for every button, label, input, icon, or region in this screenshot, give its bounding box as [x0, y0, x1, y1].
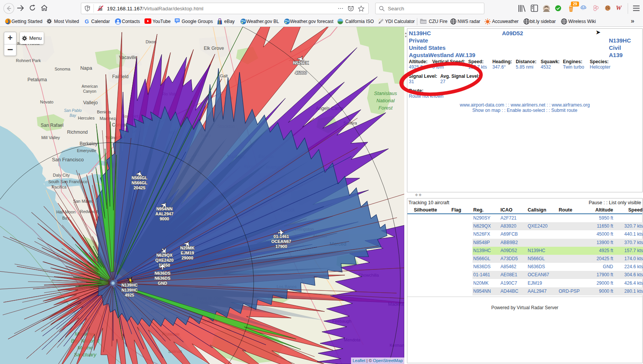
svg-text:N139HC: N139HC: [121, 283, 138, 287]
svg-text:4925: 4925: [125, 293, 134, 297]
svg-text:Petaluma: Petaluma: [28, 77, 47, 82]
svg-text:Dixon: Dixon: [146, 39, 156, 44]
svg-text:Canyon: Canyon: [83, 89, 96, 93]
svg-text:29000: 29000: [182, 256, 194, 260]
svg-text:Mill Valley: Mill Valley: [41, 135, 60, 140]
svg-text:N566GL: N566GL: [131, 180, 148, 185]
svg-text:Galt: Galt: [220, 74, 228, 78]
svg-text:17900: 17900: [276, 244, 287, 249]
svg-text:Richmond: Richmond: [67, 130, 88, 135]
svg-text:N566GL: N566GL: [131, 175, 148, 180]
svg-text:N629QX: N629QX: [156, 253, 173, 257]
svg-text:QXE2420: QXE2420: [155, 258, 174, 262]
svg-text:OCEAN67: OCEAN67: [271, 239, 291, 244]
svg-text:Forest: Forest: [379, 105, 393, 111]
svg-text:N526FX: N526FX: [293, 61, 309, 65]
svg-text:N20MK: N20MK: [180, 246, 194, 250]
svg-text:N139HC: N139HC: [121, 288, 138, 292]
svg-text:9000: 9000: [160, 216, 169, 221]
svg-text:Hercules: Hercules: [78, 116, 95, 120]
svg-text:Half Moon: Half Moon: [56, 210, 75, 214]
svg-text:45000: 45000: [295, 71, 307, 75]
svg-text:Rohnert Park: Rohnert Park: [16, 58, 41, 63]
svg-text:20425: 20425: [134, 185, 146, 190]
svg-text:San Rafael: San Rafael: [41, 123, 63, 128]
svg-text:Novato: Novato: [40, 100, 54, 104]
svg-text:San Francisco: San Francisco: [52, 157, 84, 162]
svg-text:Vallejo: Vallejo: [83, 100, 98, 105]
svg-text:Sonoma: Sonoma: [55, 67, 71, 71]
svg-text:Emeryville: Emeryville: [77, 148, 97, 153]
svg-text:01-1461: 01-1461: [274, 234, 289, 239]
svg-text:AAL2947: AAL2947: [155, 212, 173, 216]
svg-text:Sanctuary: Sanctuary: [74, 352, 97, 357]
svg-text:San Mateo: San Mateo: [73, 199, 93, 203]
svg-text:Bay: Bay: [69, 113, 76, 118]
svg-text:National: National: [376, 98, 395, 103]
svg-text:G: G: [85, 18, 89, 25]
svg-text:American: American: [82, 84, 98, 89]
svg-text:Napa: Napa: [80, 65, 92, 71]
svg-text:Daly City: Daly City: [53, 173, 70, 177]
svg-text:San Pablo: San Pablo: [64, 108, 82, 113]
svg-text:Elk Grove: Elk Grove: [204, 46, 224, 51]
svg-text:N636DS: N636DS: [154, 271, 171, 275]
svg-text:EJM19: EJM19: [181, 251, 194, 255]
svg-text:N636DS: N636DS: [154, 276, 171, 280]
svg-text:GND: GND: [158, 281, 167, 285]
svg-text:N954NN: N954NN: [156, 207, 172, 211]
